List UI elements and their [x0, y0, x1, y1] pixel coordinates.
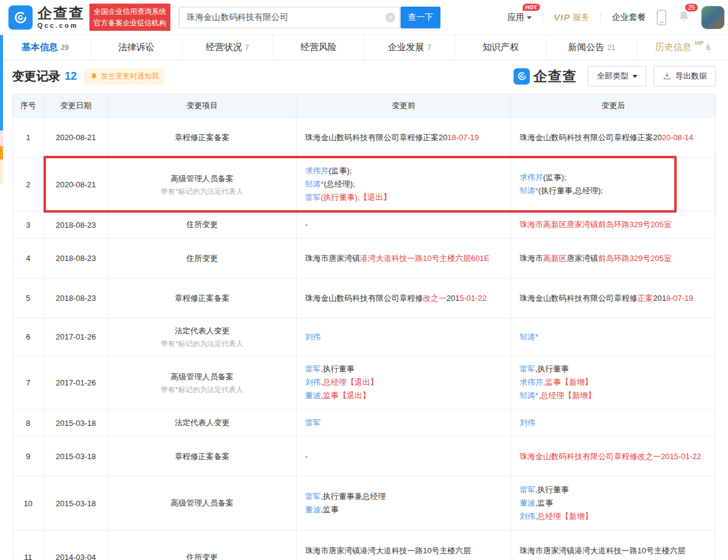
text-segment: ,执行董事	[321, 364, 355, 373]
text-segment: 【新增】	[561, 512, 593, 521]
change-line: -	[305, 218, 502, 231]
row-no: 11	[13, 530, 44, 560]
change-table: 序号 变更日期 变更项目 变更前 变更后 12020-08-21章程修正案备案珠…	[12, 94, 716, 560]
tab-3[interactable]: 经营风险	[272, 35, 364, 60]
change-line: 董波,监事【退出】	[305, 389, 502, 402]
entity-link[interactable]: 雷军	[305, 418, 321, 427]
entity-link[interactable]: 求伟芹	[305, 166, 329, 175]
entity-link[interactable]: 邹涛*	[305, 179, 324, 188]
row-after: 珠海市唐家湾镇港湾大道科技一路10号主楼六层601E2013-10-20 00:…	[511, 530, 715, 560]
row-no: 10	[13, 477, 44, 530]
row-item-note: 带有*标记的为法定代表人	[161, 187, 243, 196]
row-item-title: 章程修正案备案	[175, 132, 230, 144]
left-rail	[0, 35, 3, 184]
row-item-title: 高级管理人员备案	[171, 173, 234, 185]
row-item: 法定代表人变更	[108, 410, 297, 436]
brand-logo-icon	[514, 68, 530, 85]
top-header: 企查查 Qcc.com 全国企业信用查询系统 官方备案企业征信机构 ✕ 查一下 …	[0, 0, 728, 35]
row-item-title: 章程修正案备案	[175, 451, 230, 463]
table-row: 22020-08-21高级管理人员备案带有*标记的为法定代表人求伟芹(监事);邹…	[13, 158, 715, 211]
entity-link[interactable]: 雷军	[520, 485, 535, 494]
notifications[interactable]: 25	[677, 9, 691, 26]
notify-me-button[interactable]: 发生变更时通知我	[84, 68, 165, 85]
row-after: 珠海市高新区唐家湾镇前岛环路329号205室	[511, 211, 715, 238]
tab-count: 6	[706, 43, 710, 52]
entity-link[interactable]: 刘伟	[520, 418, 535, 427]
change-line: 雷军,执行董事	[520, 483, 707, 497]
text-segment: ,总经理	[538, 391, 564, 400]
row-item-title: 高级管理人员备案	[171, 497, 234, 509]
row-after: 珠海金山数码科技有限公司章程修正案2020-08-14	[511, 118, 715, 157]
nav-app[interactable]: 应用 HOT	[507, 12, 532, 23]
change-line: 珠海金山数码科技有限公司章程修改之一2015-01-22	[305, 292, 502, 305]
entity-link[interactable]: 邹涛*	[520, 186, 538, 195]
change-line: 邹涛*	[520, 330, 707, 344]
tab-6[interactable]: 新闻公告21	[546, 35, 637, 60]
notification-badge: 25	[685, 4, 698, 11]
entity-link[interactable]: 刘伟	[520, 512, 535, 521]
text-segment: 【新增】	[564, 391, 596, 400]
export-data-button[interactable]: 导出数据	[654, 66, 716, 86]
tab-4[interactable]: 企业发展7	[364, 35, 455, 60]
nav-enterprise-package[interactable]: 企业套餐	[612, 12, 646, 23]
text-segment: ,执行董事	[535, 485, 569, 494]
row-after: 珠海金山数码科技有限公司章程修改之一2015-01-22	[511, 437, 715, 476]
col-header-no: 序号	[13, 94, 44, 117]
row-after: 求伟芹(监事);邹涛*(执行董事,总经理);	[511, 158, 715, 211]
row-before: 求伟芹(监事);邹涛*(总经理);雷军(执行董事);【退出】	[297, 158, 511, 211]
change-line: 求伟芹(监事);	[520, 171, 706, 184]
tab-count: 7	[427, 43, 431, 52]
change-line: 刘伟,总经理【新增】	[520, 510, 707, 523]
table-row: 12020-08-21章程修正案备案珠海金山数码科技有限公司章程修正案2018-…	[13, 118, 715, 158]
search-button[interactable]: 查一下	[401, 7, 440, 28]
tab-label: 历史信息	[656, 42, 692, 53]
entity-link[interactable]: 雷军	[520, 364, 535, 373]
text-segment: (总经理);	[324, 179, 355, 188]
table-row: 92015-03-18章程修正案备案-珠海金山数码科技有限公司章程修改之一201…	[13, 437, 715, 477]
text-segment: 5-01-22	[460, 294, 487, 303]
row-after: 雷军,执行董事董波,监事刘伟,总经理【新增】	[511, 477, 715, 530]
tab-1[interactable]: 法律诉讼	[91, 35, 182, 60]
table-row: 42018-08-23住所变更珠海市唐家湾镇港湾大道科技一路10号主楼六层601…	[13, 239, 715, 278]
tab-7[interactable]: 历史信息VIP6	[637, 35, 728, 60]
logo-domain: Qcc.com	[37, 22, 85, 29]
avatar[interactable]	[701, 6, 724, 29]
row-no: 7	[13, 356, 44, 409]
entity-link[interactable]: 邹涛*	[520, 391, 538, 400]
vip-tag: VIP	[695, 40, 704, 46]
entity-link[interactable]: 董波	[305, 505, 321, 514]
row-date: 2018-08-23	[44, 239, 108, 278]
site-logo[interactable]: 企查查 Qcc.com	[8, 5, 85, 30]
left-rail-blue-segment	[0, 35, 3, 130]
entity-link[interactable]: 雷军	[305, 492, 321, 501]
entity-link[interactable]: 董波	[520, 498, 535, 507]
text-segment: 【新增】	[561, 378, 593, 387]
nav-vip-service[interactable]: VIP 服务	[554, 12, 590, 23]
tab-count: 29	[61, 43, 69, 52]
entity-link[interactable]: 雷军	[305, 193, 321, 202]
entity-link[interactable]: 刘伟	[305, 332, 321, 341]
row-date: 2015-03-18	[44, 477, 108, 530]
entity-link[interactable]: 刘伟	[305, 378, 321, 387]
entity-link[interactable]: 求伟芹	[520, 173, 543, 182]
col-header-item: 变更项目	[108, 94, 297, 117]
text-segment: ,监事	[543, 378, 561, 387]
row-date: 2017-01-26	[44, 318, 108, 355]
col-header-date: 变更日期	[44, 94, 108, 117]
search-input[interactable]	[179, 7, 400, 28]
text-segment: -	[305, 452, 308, 461]
entity-link[interactable]: 邹涛*	[520, 332, 538, 341]
tab-2[interactable]: 经营状况7	[182, 35, 273, 60]
text-segment: 前岛环路329号205室	[598, 254, 671, 263]
entity-link[interactable]: 董波	[305, 391, 321, 400]
entity-link[interactable]: 求伟芹	[520, 378, 543, 387]
tab-5[interactable]: 知识产权	[455, 35, 546, 60]
row-item-title: 法定代表人变更	[175, 417, 230, 429]
text-segment: 珠海市高新区唐家湾镇前岛环路329号205室	[520, 220, 671, 229]
change-line: 邹涛*(执行董事,总经理);	[520, 184, 706, 198]
entity-link[interactable]: 雷军	[305, 364, 321, 373]
tab-0[interactable]: 基本信息29	[0, 35, 91, 60]
type-filter-dropdown[interactable]: 全部类型	[588, 66, 646, 86]
clear-icon[interactable]: ✕	[385, 13, 395, 22]
mobile-app-icon[interactable]	[657, 10, 666, 25]
